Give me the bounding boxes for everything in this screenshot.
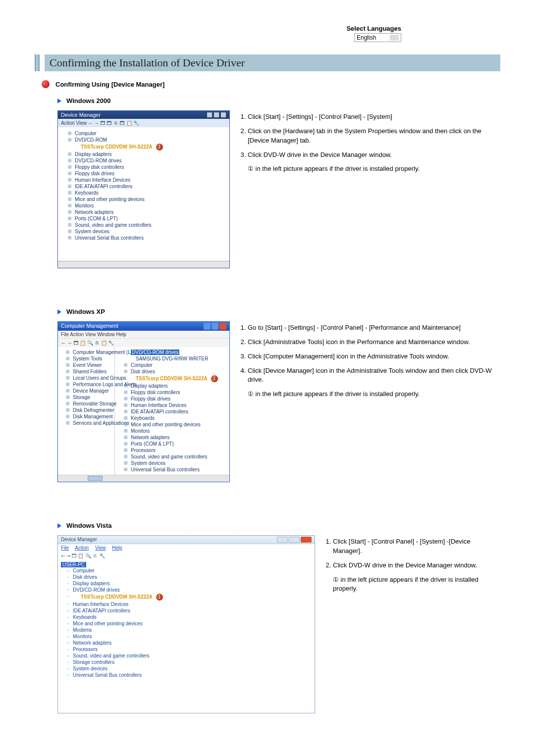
wxp-window-title: Computer Management [61, 323, 118, 330]
tree-item: Human Interface Devices [69, 177, 225, 183]
w2000-heading: Windows 2000 [66, 97, 110, 104]
tree-item: Services and Applications [67, 420, 112, 426]
menu-action: Action [75, 545, 89, 551]
tree-item: Storage [67, 394, 112, 401]
tree-item: System devices [69, 228, 225, 235]
section-title: Confirming Using [Device Manager] [55, 81, 164, 88]
tree-item: Universal Serial Bus controllers [69, 235, 225, 241]
language-current: English [357, 34, 376, 41]
status-bar [58, 261, 229, 268]
tree-item: Human Interface Devices [125, 402, 226, 408]
tree-item: Computer Management (Local) [67, 349, 112, 355]
marker-one-icon: 1 [211, 375, 218, 382]
wxp-step-4: Click [Device Manager] icon in the Admin… [248, 366, 500, 385]
tree-item: Computer [68, 567, 312, 574]
tree-item: Monitors [69, 202, 225, 209]
tree-item: Event Viewer [67, 362, 112, 368]
arrow-icon [57, 523, 61, 528]
tree-item: System devices [68, 665, 312, 672]
tree-item: Shared Folders [67, 368, 112, 375]
close-icon [301, 537, 312, 543]
tree-item: IDE ATA/ATAPI controllers [68, 607, 312, 614]
menu-file: File [61, 545, 69, 551]
root-selected: USER-PC [61, 562, 86, 567]
language-select[interactable]: English [354, 33, 401, 42]
wvista-screenshot: Device Manager File Action View Help ⇐ ⇒… [57, 535, 315, 713]
page-title: Confirming the Installation of Device Dr… [45, 54, 500, 71]
minimize-icon [277, 537, 288, 543]
tree-item: Display adapters [68, 580, 312, 587]
wvista-window-title: Device Manager [61, 537, 97, 543]
tree-item: DVD/CD-ROM drives [68, 587, 312, 593]
tree-item: DVD/CD-ROM drives [69, 157, 225, 164]
tree-item: Computer [125, 362, 226, 368]
minimize-icon [204, 323, 211, 330]
tree-item: Disk Management [67, 413, 112, 420]
highlighted-device: TSSTcorp CDDVDW SH-S222A [136, 376, 208, 381]
wxp-toolbar: ← → 🗔 📋 🔍 ⛭ 📋 🔧 [58, 338, 229, 347]
wvista-tail: ① in the left picture appears if the dri… [333, 575, 500, 594]
tree-item: Disk drives [125, 368, 226, 375]
tree-item: Disk Defragmenter [67, 407, 112, 413]
wxp-heading: Windows XP [66, 308, 105, 315]
tree-item: Universal Serial Bus controllers [68, 672, 312, 678]
tree-item: Disk drives [68, 574, 312, 580]
arrow-icon [57, 99, 61, 103]
wxp-menubar: File Action View Window Help [58, 331, 229, 338]
tree-item: Mice and other pointing devices [68, 620, 312, 627]
tree-item: Mice and other pointing devices [125, 421, 226, 428]
tree-item: IDE ATA/ATAPI controllers [125, 408, 226, 415]
tree-item: Ports (COM & LPT) [125, 441, 226, 447]
wvista-heading: Windows Vista [66, 522, 111, 529]
w2000-toolbar: Action View ← → 🗔 🗔 ⛭ 🗔 📋 🔧 [58, 119, 229, 127]
wvista-menu: File Action View Help [58, 544, 315, 552]
wvista-toolbar: ⇐ ⇒ 🗔 📋 🔍 ⛭ 🔧 [58, 552, 315, 560]
tree-item: Computer [69, 130, 225, 137]
w2000-window-title: Device Manager [61, 112, 101, 118]
tree-item: Display adapters [69, 151, 225, 157]
tree-item: Device Manager [67, 388, 112, 394]
tree-item: Processors [125, 447, 226, 454]
tree-item: Floppy disk drives [125, 396, 226, 402]
tree-item: Performance Logs and Alerts [67, 381, 112, 388]
tree-item: Keyboards [68, 614, 312, 620]
close-icon [220, 112, 226, 118]
tree-item: Keyboards [125, 415, 226, 421]
tree-item: Display adapters [125, 383, 226, 389]
w2000-screenshot: Device Manager Action View ← → 🗔 🗔 ⛭ 🗔 📋… [57, 110, 230, 268]
arrow-icon [57, 309, 61, 314]
maximize-icon [289, 537, 300, 543]
language-label: Select Languages [35, 25, 401, 32]
highlighted-device: TSSTcorp CDDVDW SH-S222A [81, 144, 153, 150]
tree-item: Floppy disk controllers [69, 164, 225, 170]
tree-item: Sound, video and game controllers [68, 653, 312, 659]
tree-item: Sound, video and game controllers [69, 222, 225, 228]
flag-icon [390, 35, 399, 41]
tree-item: Ports (COM & LPT) [69, 215, 225, 222]
tree-item: Network adapters [125, 434, 226, 441]
tree-item: Local Users and Groups [67, 375, 112, 381]
selected-item: DVD/CD-ROM drives [131, 350, 179, 355]
wvista-step-1: Click [Start] - [Control Panel] - [Syste… [333, 537, 500, 556]
wxp-step-1: Go to [Start] - [Settings] - [Control Pa… [248, 323, 500, 333]
menu-view: View [95, 545, 106, 551]
tree-item: System devices [125, 460, 226, 466]
tree-item: Universal Serial Bus controllers [125, 466, 226, 473]
tree-item: Monitors [125, 428, 226, 434]
wxp-step-2: Click [Administrative Tools] icon in the… [248, 338, 500, 347]
tree-item: System Tools [67, 355, 112, 362]
tree-item: Network adapters [68, 640, 312, 646]
tree-item: SAMSUNG DVD-R/RW WRITER [125, 355, 226, 362]
wvista-step-2: Click DVD-W drive in the Device Manager … [333, 561, 500, 570]
tree-item: Sound, video and game controllers [125, 454, 226, 460]
w2000-tail: ① in the left picture appears if the dri… [248, 164, 500, 174]
w2000-step-2: Click on the [Hardware] tab in the Syste… [248, 127, 500, 146]
tree-item: Removable Storage [67, 401, 112, 407]
tree-item: Floppy disk drives [69, 170, 225, 177]
wxp-step-3: Click [Computer Management] icon in the … [248, 352, 500, 361]
tree-item: Network adapters [69, 209, 225, 215]
tree-item: Monitors [68, 633, 312, 640]
wxp-tail: ① in the left picture appears if the dri… [248, 390, 500, 399]
tree-item: Human Interface Devices [68, 601, 312, 607]
tree-item: Modems [68, 627, 312, 633]
